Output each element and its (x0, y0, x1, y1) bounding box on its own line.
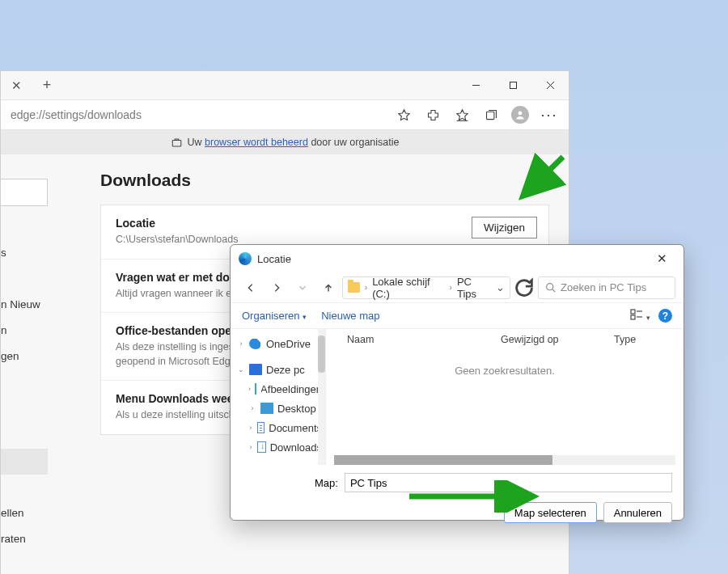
svg-rect-5 (486, 112, 493, 119)
column-headers: Naam Gewijzigd op Type (326, 329, 684, 350)
nav-back-button[interactable] (239, 276, 263, 300)
new-tab-button[interactable]: + (32, 71, 62, 99)
cancel-button[interactable]: Annuleren (603, 502, 672, 523)
svg-point-9 (547, 284, 553, 290)
pictures-icon (255, 383, 256, 395)
svg-point-6 (518, 111, 523, 115)
organize-menu[interactable]: Organiseren ▾ (242, 310, 307, 322)
managed-org-banner: Uw browser wordt beheerd door uw organis… (1, 130, 569, 154)
sidebar-item-downloads[interactable] (1, 449, 48, 475)
col-modified[interactable]: Gewijzigd op (501, 334, 614, 345)
folder-icon (348, 282, 360, 293)
path-drive[interactable]: Lokale schijf (C:) (372, 276, 444, 300)
select-folder-button[interactable]: Map selecteren (504, 502, 597, 523)
refresh-button[interactable] (512, 276, 536, 299)
briefcase-icon (171, 137, 183, 149)
org-managed-link[interactable]: browser wordt beheerd (205, 137, 308, 148)
folder-picker-dialog: Locatie ✕ › Lokale schijf (C:) › PC Tips… (230, 244, 684, 521)
dialog-toolbar: Organiseren ▾ Nieuwe map ▾ ? (231, 303, 684, 329)
collections-icon[interactable] (478, 102, 504, 128)
pc-icon (249, 364, 262, 375)
org-text-suffix: door uw organisatie (308, 137, 400, 148)
search-placeholder: Zoeken in PC Tips (561, 281, 646, 293)
address-bar: edge://settings/downloads ··· (1, 99, 569, 130)
settings-search-input[interactable] (1, 179, 48, 206)
nav-up-button[interactable] (316, 276, 341, 300)
chevron-right-icon: › (365, 283, 367, 292)
svg-line-10 (552, 289, 555, 292)
svg-rect-12 (631, 315, 635, 319)
help-icon[interactable]: ? (658, 309, 672, 323)
folder-label: Map: (315, 477, 338, 489)
cloud-icon (249, 338, 262, 349)
tree-this-pc[interactable]: ⌄Deze pc (234, 360, 322, 379)
search-input[interactable]: Zoeken in PC Tips (538, 276, 675, 299)
desktop-icon (260, 403, 273, 414)
favorite-icon[interactable] (391, 102, 417, 128)
minimize-button[interactable] (457, 71, 494, 99)
col-name[interactable]: Naam (347, 334, 501, 345)
dialog-footer: Map: Map selecteren Annuleren (231, 465, 684, 531)
chevron-right-icon: › (450, 283, 452, 292)
sidebar-item[interactable]: n (1, 324, 48, 350)
file-list-pane: Naam Gewijzigd op Type Geen zoekresultat… (326, 329, 684, 465)
dialog-title: Locatie (257, 253, 291, 265)
svg-rect-7 (172, 140, 181, 146)
nav-recent-dropdown[interactable] (290, 276, 315, 300)
view-options-button[interactable]: ▾ (630, 309, 650, 323)
documents-icon (257, 422, 265, 433)
sidebar-item[interactable]: raten (1, 533, 48, 559)
url-field[interactable]: edge://settings/downloads (11, 108, 391, 121)
close-window-button[interactable] (531, 71, 569, 99)
sidebar-item[interactable]: ellen (1, 507, 48, 533)
sidebar-item[interactable]: gen (1, 350, 48, 376)
new-folder-button[interactable]: Nieuwe map (321, 310, 379, 322)
search-icon (545, 282, 556, 293)
extensions-icon[interactable] (420, 102, 446, 128)
sidebar-item[interactable]: s (1, 247, 48, 272)
sidebar-item[interactable] (1, 272, 48, 298)
more-menu-button[interactable]: ··· (536, 102, 562, 128)
sidebar-item[interactable]: n Nieuw (1, 298, 48, 324)
tree-scrollbar[interactable] (318, 329, 325, 465)
title-bar: ✕ + (1, 71, 569, 99)
edge-icon (239, 252, 252, 265)
favorites-bar-icon[interactable] (449, 102, 475, 128)
org-text-prefix: Uw (188, 137, 205, 148)
tree-desktop[interactable]: ›Desktop (234, 399, 322, 418)
nav-forward-button[interactable] (265, 276, 289, 300)
downloads-icon (257, 441, 266, 453)
tree-pictures[interactable]: ›Afbeeldingen (234, 379, 322, 399)
dialog-title-bar: Locatie ✕ (231, 245, 684, 272)
dialog-nav-bar: › Lokale schijf (C:) › PC Tips ⌄ Zoeken … (231, 272, 684, 303)
settings-sidebar: s n Nieuw n gen ellen raten (1, 154, 48, 574)
page-title: Downloads (100, 171, 549, 190)
path-folder[interactable]: PC Tips (457, 276, 491, 300)
profile-avatar[interactable] (507, 102, 533, 128)
change-button[interactable]: Wijzigen (472, 217, 537, 238)
horizontal-scrollbar[interactable] (334, 455, 675, 465)
tree-downloads[interactable]: ›Downloads (234, 437, 322, 457)
breadcrumb-path[interactable]: › Lokale schijf (C:) › PC Tips ⌄ (342, 276, 510, 299)
col-type[interactable]: Type (614, 334, 674, 345)
folder-name-input[interactable] (345, 473, 672, 492)
no-results-text: Geen zoekresultaten. (326, 365, 684, 377)
folder-tree: ›OneDrive ⌄Deze pc ›Afbeeldingen ›Deskto… (231, 329, 326, 465)
svg-rect-1 (510, 82, 516, 89)
tree-onedrive[interactable]: ›OneDrive (234, 334, 322, 353)
tree-documents[interactable]: ›Documents (234, 418, 322, 437)
svg-rect-11 (631, 310, 635, 314)
maximize-button[interactable] (494, 71, 531, 99)
sidebar-item[interactable] (1, 221, 48, 247)
tab-close-button[interactable]: ✕ (1, 71, 32, 99)
dialog-close-button[interactable]: ✕ (648, 251, 675, 266)
chevron-down-icon[interactable]: ⌄ (496, 281, 505, 293)
